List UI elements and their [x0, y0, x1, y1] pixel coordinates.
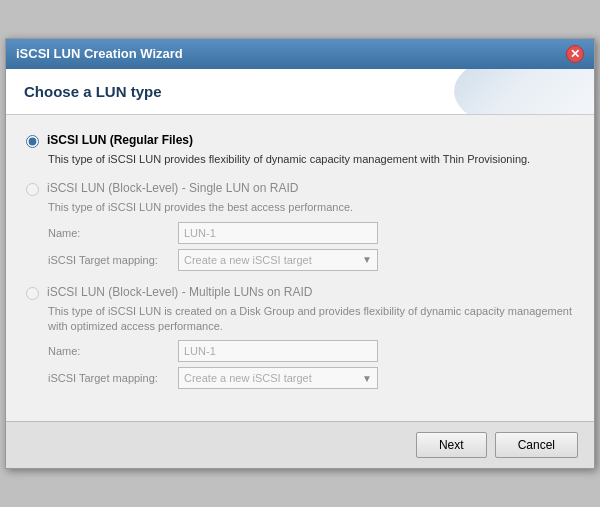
multiple-lun-target-select[interactable]: Create a new iSCSI target ▼ [178, 367, 378, 389]
single-lun-target-value: Create a new iSCSI target [184, 254, 312, 266]
multiple-lun-name-input[interactable] [178, 340, 378, 362]
title-bar: iSCSI LUN Creation Wizard ✕ [6, 39, 594, 69]
option-single-lun-label: iSCSI LUN (Block-Level) - Single LUN on … [47, 181, 298, 195]
cancel-button[interactable]: Cancel [495, 432, 578, 458]
option-regular-files-label: iSCSI LUN (Regular Files) [47, 133, 193, 147]
option-regular-files: iSCSI LUN (Regular Files) This type of i… [26, 133, 574, 167]
multiple-lun-target-label: iSCSI Target mapping: [48, 372, 178, 384]
wizard-content: iSCSI LUN (Regular Files) This type of i… [6, 115, 594, 422]
wizard-header-title: Choose a LUN type [24, 83, 576, 100]
multiple-lun-target-value: Create a new iSCSI target [184, 372, 312, 384]
iscsi-lun-creation-wizard: iSCSI LUN Creation Wizard ✕ Choose a LUN… [5, 38, 595, 470]
dialog-title: iSCSI LUN Creation Wizard [16, 46, 183, 61]
option-single-lun-desc: This type of iSCSI LUN provides the best… [48, 200, 574, 215]
radio-single-lun[interactable] [26, 183, 39, 196]
option-multiple-lun: iSCSI LUN (Block-Level) - Multiple LUNs … [26, 285, 574, 390]
next-button[interactable]: Next [416, 432, 487, 458]
single-lun-target-select[interactable]: Create a new iSCSI target ▼ [178, 249, 378, 271]
multiple-lun-target-row: iSCSI Target mapping: Create a new iSCSI… [48, 367, 574, 389]
option-multiple-lun-label: iSCSI LUN (Block-Level) - Multiple LUNs … [47, 285, 312, 299]
option-multiple-lun-desc: This type of iSCSI LUN is created on a D… [48, 304, 574, 335]
multiple-lun-name-row: Name: [48, 340, 574, 362]
multiple-lun-name-label: Name: [48, 345, 178, 357]
option-single-lun: iSCSI LUN (Block-Level) - Single LUN on … [26, 181, 574, 270]
wizard-footer: Next Cancel [6, 421, 594, 468]
single-lun-target-label: iSCSI Target mapping: [48, 254, 178, 266]
single-lun-name-row: Name: [48, 222, 574, 244]
radio-regular-files[interactable] [26, 135, 39, 148]
option-multiple-lun-row[interactable]: iSCSI LUN (Block-Level) - Multiple LUNs … [26, 285, 574, 300]
chevron-down-icon-2: ▼ [362, 373, 372, 384]
single-lun-name-input[interactable] [178, 222, 378, 244]
single-lun-target-row: iSCSI Target mapping: Create a new iSCSI… [48, 249, 574, 271]
option-regular-files-row[interactable]: iSCSI LUN (Regular Files) [26, 133, 574, 148]
wizard-header: Choose a LUN type [6, 69, 594, 115]
option-regular-files-desc: This type of iSCSI LUN provides flexibil… [48, 152, 574, 167]
radio-multiple-lun[interactable] [26, 287, 39, 300]
close-button[interactable]: ✕ [566, 45, 584, 63]
chevron-down-icon: ▼ [362, 254, 372, 265]
single-lun-name-label: Name: [48, 227, 178, 239]
option-single-lun-row[interactable]: iSCSI LUN (Block-Level) - Single LUN on … [26, 181, 574, 196]
